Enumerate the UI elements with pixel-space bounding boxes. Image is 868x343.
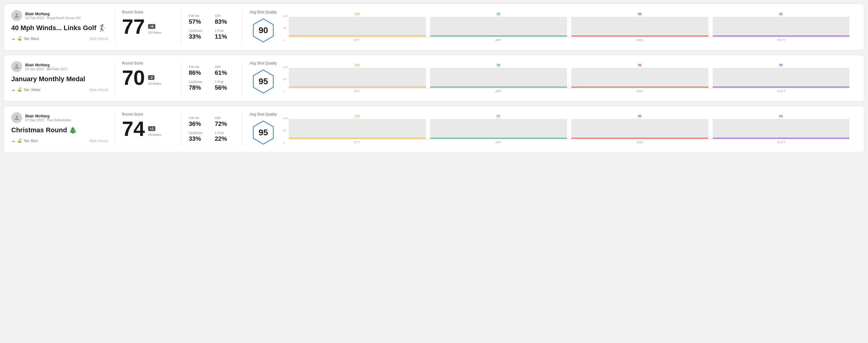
bar-value: 93 xyxy=(779,114,783,118)
quality-left: Avg Shot Quality 95 xyxy=(250,61,277,95)
full-chart: 101 86 96 99 xyxy=(289,63,849,93)
avg-quality-label: Avg Shot Quality xyxy=(250,10,277,14)
quality-section: Avg Shot Quality 95 100 50 0 xyxy=(242,61,857,95)
footer-row: ☁ ⛳ Tee: Yellow Data: Arccos xyxy=(11,87,108,92)
gir-value: 72% xyxy=(215,120,235,127)
bar-x-label: OTT xyxy=(289,141,425,144)
bag-icon: ⛳ xyxy=(17,87,22,92)
bar-chart-area: 100 50 0 101 86 96 xyxy=(283,63,849,93)
user-row: Blair McHarg 29 Jan 2022 · Mill Ride GCC xyxy=(11,61,108,72)
weather-icon: ☁ xyxy=(11,138,15,143)
quality-section: Avg Shot Quality 95 100 50 0 xyxy=(242,112,857,146)
tee-label: Tee: Yellow xyxy=(24,88,40,92)
big-score: 74 xyxy=(122,118,145,139)
svg-point-1 xyxy=(16,64,18,67)
data-source: Data: Arccos xyxy=(89,88,108,92)
bar-column: 86 xyxy=(430,63,567,88)
bar-value: 110 xyxy=(354,114,360,118)
y-label-50: 50 xyxy=(283,129,288,132)
bar-background xyxy=(289,17,426,36)
score-section: Round Score 74 +2 18 Holes xyxy=(115,112,182,146)
y-label-50: 50 xyxy=(283,78,288,81)
fw-hit-value: 86% xyxy=(189,69,209,76)
tee-label: Tee: Blue xyxy=(24,139,38,143)
bar-column: 93 xyxy=(713,114,850,139)
putt-value: 11% xyxy=(215,33,235,40)
score-badge: +5 xyxy=(148,24,156,29)
bar-colored-line xyxy=(289,36,426,36)
score-section: Round Score 77 +5 18 Holes xyxy=(115,10,182,44)
svg-point-0 xyxy=(16,13,18,15)
avatar xyxy=(11,112,22,123)
user-name: Blair McHarg xyxy=(25,114,71,118)
quality-score: 95 xyxy=(258,128,268,137)
bar-colored-line xyxy=(289,138,426,139)
updown-label: Up/Down xyxy=(189,80,209,84)
bar-x-label: PUTT xyxy=(714,39,850,42)
avatar-icon xyxy=(13,63,20,70)
bar-background xyxy=(430,17,567,36)
bar-column: 95 xyxy=(571,114,708,139)
fw-hit-stat: FW Hit 86% xyxy=(189,65,209,76)
full-chart: 110 87 95 93 xyxy=(289,114,849,144)
bar-x-label: ARG xyxy=(572,39,708,42)
avatar xyxy=(11,61,22,72)
fw-hit-stat: FW Hit 57% xyxy=(189,14,209,25)
stats-section: FW Hit 36% GIR 72% Up/Down 33% 1 Putt 22… xyxy=(182,112,242,146)
user-row: Blair McHarg 12 Feb 2022 · Royal North D… xyxy=(11,10,108,21)
bars-row: 107 95 98 82 xyxy=(289,12,849,36)
bar-column: 87 xyxy=(430,114,567,139)
putt-stat: 1 Putt 22% xyxy=(215,131,235,142)
bag-icon: ⛳ xyxy=(17,36,22,41)
tee-info: ☁ ⛳ Tee: Black xyxy=(11,36,39,41)
quality-section: Avg Shot Quality 90 100 50 0 xyxy=(242,10,857,44)
x-labels: OTTAPPARGPUTT xyxy=(289,39,849,42)
bar-background xyxy=(430,119,567,139)
putt-stat: 1 Putt 11% xyxy=(215,29,235,40)
gir-value: 83% xyxy=(215,18,235,25)
bar-colored-line xyxy=(713,36,850,36)
bar-colored-line xyxy=(713,87,850,88)
y-label-100: 100 xyxy=(283,14,288,18)
user-name: Blair McHarg xyxy=(25,11,81,16)
hexagon-container: 95 xyxy=(250,68,277,95)
updown-label: Up/Down xyxy=(189,29,209,33)
putt-label: 1 Putt xyxy=(215,80,235,84)
fw-hit-label: FW Hit xyxy=(189,14,209,18)
x-labels: OTTAPPARGPUTT xyxy=(289,90,849,93)
hexagon-container: 90 xyxy=(250,17,277,44)
quality-score: 90 xyxy=(258,26,268,35)
updown-stat: Up/Down 78% xyxy=(189,80,209,91)
updown-value: 33% xyxy=(189,135,209,142)
gir-label: GIR xyxy=(215,116,235,120)
quality-score: 95 xyxy=(258,76,268,86)
bar-background xyxy=(430,68,567,88)
round-title: 40 Mph Winds... Links Golf 🏌 xyxy=(11,24,108,32)
bar-colored-line xyxy=(430,36,567,36)
bar-colored-line xyxy=(289,87,426,88)
bar-column: 98 xyxy=(571,12,708,36)
updown-stat: Up/Down 33% xyxy=(189,29,209,40)
bar-column: 96 xyxy=(571,63,708,88)
fw-hit-label: FW Hit xyxy=(189,116,209,120)
bar-x-label: APP xyxy=(431,141,567,144)
updown-stat: Up/Down 33% xyxy=(189,131,209,142)
avg-quality-label: Avg Shot Quality xyxy=(250,61,277,65)
big-score: 77 xyxy=(122,16,145,37)
round-score-label: Round Score xyxy=(122,112,174,117)
user-name: Blair McHarg xyxy=(25,63,67,67)
bar-x-label: ARG xyxy=(572,141,708,144)
y-label-100: 100 xyxy=(283,66,288,69)
date-course: 12 Feb 2022 · Royal North Devon GC xyxy=(25,16,81,20)
stats-section: FW Hit 86% GIR 61% Up/Down 78% 1 Putt 56… xyxy=(182,61,242,95)
data-source: Data: Arccos xyxy=(89,37,108,40)
bar-background xyxy=(289,119,426,139)
avg-quality-label: Avg Shot Quality xyxy=(250,112,277,117)
date-course: 27 Dec 2021 · The Oxfordshire xyxy=(25,118,71,122)
bag-icon: ⛳ xyxy=(17,138,22,143)
bar-background xyxy=(571,17,708,36)
user-info: Blair McHarg 27 Dec 2021 · The Oxfordshi… xyxy=(25,114,71,122)
bar-value: 98 xyxy=(638,12,642,16)
tee-label: Tee: Black xyxy=(24,37,39,40)
updown-value: 33% xyxy=(189,33,209,40)
